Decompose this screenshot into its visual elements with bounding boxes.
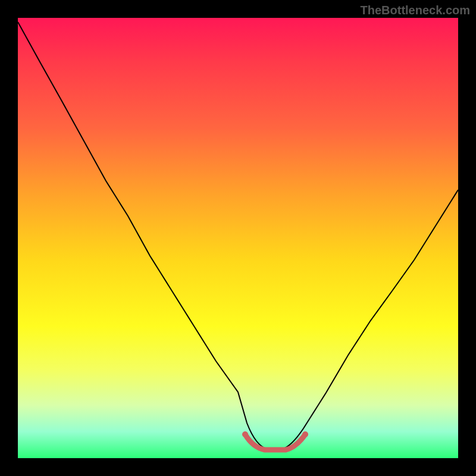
- chart-svg: [18, 18, 458, 458]
- highlight-dot-right: [302, 431, 308, 437]
- curve-line: [18, 22, 458, 449]
- highlight-dot-left: [242, 431, 248, 437]
- plot-area: [18, 18, 458, 458]
- bottleneck-highlight: [245, 434, 305, 450]
- watermark-text: TheBottleneck.com: [361, 4, 470, 17]
